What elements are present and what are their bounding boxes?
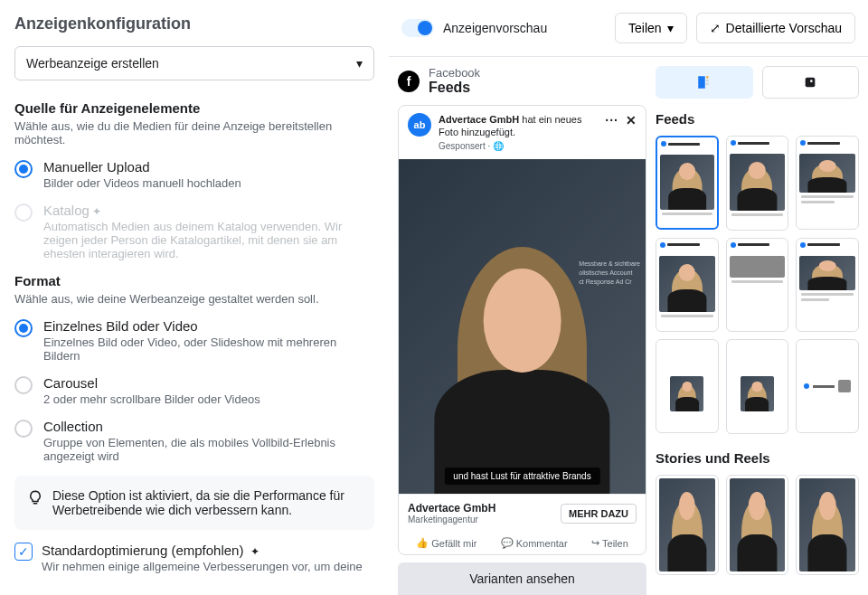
caption-text: und hast Lust für attraktive Brands xyxy=(444,468,599,485)
chevron-down-icon: ▾ xyxy=(667,21,674,35)
opt-sub: Wir nehmen einige allgemeine Verbesserun… xyxy=(42,560,363,573)
placement-thumb[interactable] xyxy=(726,238,789,333)
preview-side: Feeds Stories und Reels xyxy=(656,66,859,595)
placement-thumb[interactable] xyxy=(656,136,719,230)
like-button[interactable]: 👍Gefällt mir xyxy=(416,537,476,549)
config-title: Anzeigenkonfiguration xyxy=(14,14,374,33)
svg-rect-1 xyxy=(706,76,708,78)
sparkle-icon: ✦ xyxy=(92,205,101,218)
checkbox-icon: ✓ xyxy=(14,543,33,561)
ad-card: ab Advertace GmbH hat ein neues Foto hin… xyxy=(398,105,646,555)
placement-thumb[interactable] xyxy=(796,475,859,575)
config-panel: Anzeigenkonfiguration Werbeanzeige erste… xyxy=(0,0,389,595)
more-icon[interactable]: ··· xyxy=(605,113,618,128)
preview-label: Anzeigenvorschau xyxy=(443,21,547,35)
svg-rect-0 xyxy=(698,76,705,89)
placement-thumb[interactable] xyxy=(726,475,789,575)
media-preview: Messbare & sichtbare olistisches Account… xyxy=(399,159,646,494)
avatar-icon: ab xyxy=(408,113,431,137)
share-icon: ↪ xyxy=(591,537,599,549)
optimization-checkbox-row[interactable]: ✓ Standardoptimierung (empfohlen) ✦ Wir … xyxy=(14,543,374,573)
share-action[interactable]: ↪Teilen xyxy=(591,537,628,549)
placement-thumb[interactable] xyxy=(656,339,719,433)
stories-grid xyxy=(656,475,859,575)
close-icon[interactable]: ✕ xyxy=(626,113,637,128)
view-mode-feed[interactable] xyxy=(656,66,753,99)
placement-thumb[interactable] xyxy=(656,475,719,575)
action-bar: 👍Gefällt mir 💬Kommentar ↪Teilen xyxy=(399,532,646,554)
radio-label: Manueller Upload xyxy=(43,159,150,175)
radio-sub: Einzelnes Bild oder Video, oder Slidesho… xyxy=(43,335,374,363)
placement-thumb[interactable] xyxy=(726,339,789,434)
radio-label: Einzelnes Bild oder Video xyxy=(43,318,198,334)
info-text: Diese Option ist aktiviert, da sie die P… xyxy=(52,488,362,517)
share-button[interactable]: Teilen▾ xyxy=(615,13,687,43)
format-option-carousel[interactable]: Carousel 2 oder mehr scrollbare Bilder o… xyxy=(14,375,374,406)
placement-thumb[interactable] xyxy=(656,238,719,332)
placement-thumb[interactable] xyxy=(796,136,859,230)
brand-name: Advertace GmbH xyxy=(408,502,495,515)
cta-button[interactable]: MEHR DAZU xyxy=(561,504,637,524)
radio-sub: Gruppe von Elementen, die als mobiles Vo… xyxy=(43,436,374,463)
brand-subtitle: Marketingagentur xyxy=(408,515,495,524)
lightbulb-icon xyxy=(27,489,43,505)
radio-label: Katalog✦ xyxy=(43,203,101,218)
ad-type-select[interactable]: Werbeanzeige erstellen ▾ xyxy=(14,46,374,80)
radio-label: Collection xyxy=(43,419,103,434)
comment-button[interactable]: 💬Kommentar xyxy=(501,537,568,549)
preview-header: Anzeigenvorschau Teilen▾ ⤢Detaillierte V… xyxy=(389,0,868,57)
select-value: Werbeanzeige erstellen xyxy=(26,56,159,71)
sponsored-label: Gesponsert · xyxy=(439,141,493,151)
placement-thumb[interactable] xyxy=(796,238,859,332)
card-header: ab Advertace GmbH hat ein neues Foto hin… xyxy=(399,106,646,159)
platform-header: f Facebook Feeds xyxy=(398,66,646,96)
radio-sub: 2 oder mehr scrollbare Bilder oder Video… xyxy=(43,392,260,406)
preview-toggle[interactable] xyxy=(401,19,434,37)
svg-rect-3 xyxy=(706,83,708,85)
cta-bar: Advertace GmbH Marketingagentur MEHR DAZ… xyxy=(399,494,646,532)
detailed-preview-button[interactable]: ⤢Detaillierte Vorschau xyxy=(696,13,855,43)
variants-button[interactable]: Varianten ansehen xyxy=(398,562,646,595)
like-icon: 👍 xyxy=(416,537,429,549)
side-feeds-title: Feeds xyxy=(656,111,859,127)
svg-rect-4 xyxy=(806,78,816,88)
author-name: Advertace GmbH xyxy=(439,114,519,125)
radio-label: Carousel xyxy=(43,375,98,391)
chevron-down-icon: ▾ xyxy=(356,56,363,71)
format-option-single[interactable]: Einzelnes Bild oder Video Einzelnes Bild… xyxy=(14,318,374,363)
format-option-collection[interactable]: Collection Gruppe von Elementen, die als… xyxy=(14,419,374,463)
source-option-manual[interactable]: Manueller Upload Bilder oder Videos manu… xyxy=(14,159,374,190)
placement-name: Feeds xyxy=(429,80,480,96)
facebook-icon: f xyxy=(398,71,420,92)
info-box: Diese Option ist aktiviert, da sie die P… xyxy=(14,476,374,530)
sparkle-icon: ✦ xyxy=(250,545,259,558)
radio-icon xyxy=(14,160,33,178)
platform-name: Facebook xyxy=(429,66,480,80)
preview-main: f Facebook Feeds ab Advertace GmbH hat e… xyxy=(398,66,646,595)
expand-icon: ⤢ xyxy=(710,21,721,35)
feeds-grid xyxy=(656,136,859,434)
banner-text: Messbare & sichtbare olistisches Account… xyxy=(579,260,640,286)
format-heading: Format xyxy=(14,273,374,288)
comment-icon: 💬 xyxy=(501,537,514,549)
source-desc: Wähle aus, wie du die Medien für deine A… xyxy=(14,119,374,146)
source-heading: Quelle für Anzeigenelemente xyxy=(14,100,374,116)
preview-panel: Anzeigenvorschau Teilen▾ ⤢Detaillierte V… xyxy=(389,0,868,595)
svg-point-5 xyxy=(810,80,813,82)
view-mode-alt[interactable] xyxy=(762,66,860,99)
side-stories-title: Stories und Reels xyxy=(656,450,859,466)
placement-thumb[interactable] xyxy=(796,339,859,433)
globe-icon: 🌐 xyxy=(493,141,504,151)
radio-icon xyxy=(14,319,33,337)
format-desc: Wähle aus, wie deine Werbeanzeige gestal… xyxy=(14,292,374,306)
opt-label: Standardoptimierung (empfohlen) ✦ xyxy=(42,543,259,558)
radio-sub: Bilder oder Videos manuell hochladen xyxy=(43,176,241,190)
svg-rect-2 xyxy=(706,80,708,81)
radio-sub: Automatisch Medien aus deinem Katalog ve… xyxy=(43,220,374,260)
radio-icon xyxy=(14,420,33,438)
source-option-catalog: Katalog✦ Automatisch Medien aus deinem K… xyxy=(14,203,374,260)
radio-icon xyxy=(14,203,33,222)
radio-icon xyxy=(14,376,33,394)
placement-thumb[interactable] xyxy=(726,136,789,231)
